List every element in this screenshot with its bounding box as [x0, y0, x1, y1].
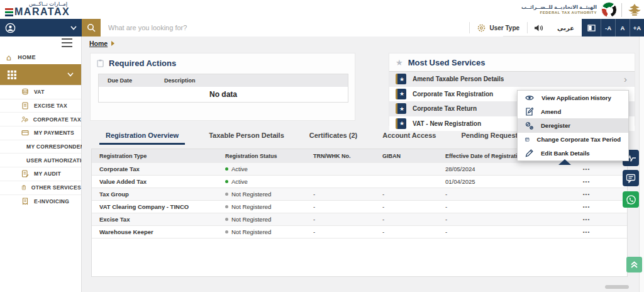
sidebar-item-user-authorization[interactable]: USER AUTHORIZATION: [0, 153, 81, 167]
font-reset-button[interactable]: A: [615, 19, 630, 36]
table-row: Excise Tax Not Registered - - - •••: [92, 213, 627, 226]
required-actions-title: Required Actions: [109, 59, 176, 68]
menu-item-label: Edit Bank Details: [541, 150, 590, 157]
breadcrumb-home-link[interactable]: Home: [89, 40, 108, 47]
sidebar-menu: VAT EXCISE TAX CORPORATE TAX MY PAYMENTS…: [0, 85, 81, 208]
tab-registration-overview[interactable]: Registration Overview: [99, 129, 185, 145]
giban-cell: -: [375, 203, 438, 210]
payments-icon: [21, 129, 29, 137]
user-type-button[interactable]: User Type: [470, 19, 527, 36]
table-row: Value Added Tax Active 01/04/2025 •••: [92, 176, 627, 188]
row-actions-button[interactable]: •••: [579, 215, 594, 223]
fta-brand: الهيئــة الاتحاديــة للــضــرائــب FEDER…: [521, 1, 643, 18]
tab-certificates[interactable]: Certificates (2): [308, 129, 358, 145]
text-to-speech-button[interactable]: [528, 19, 550, 36]
column-header-giban: GIBAN: [375, 153, 438, 159]
scroll-to-top-button[interactable]: [626, 257, 642, 272]
giban-cell: -: [375, 228, 438, 235]
row-actions-button[interactable]: •••: [579, 190, 594, 198]
column-header-description: Description: [155, 77, 348, 84]
menu-item-view-application-history[interactable]: View Application History: [518, 91, 628, 104]
vertical-scrollbar[interactable]: [639, 36, 644, 292]
language-toggle[interactable]: عربي: [550, 19, 582, 36]
contrast-toggle[interactable]: [582, 19, 601, 36]
most-used-services-title: Most Used Services: [408, 58, 486, 67]
status-label: Not Registered: [231, 216, 271, 223]
service-star-icon: ★: [396, 103, 406, 114]
registration-status-cell: Not Registered: [218, 191, 306, 198]
sidebar-item-my-correspondence[interactable]: MY CORRESPONDENCE: [0, 140, 81, 154]
apps-grid-icon: [8, 70, 16, 79]
sidebar-item-e-invoicing[interactable]: E-INVOICING: [0, 194, 81, 208]
vat-icon: [21, 88, 29, 96]
emaratax-logo[interactable]: إمــارات تــاكــس MARATAX: [5, 1, 87, 18]
context-menu-caret-icon: [558, 159, 571, 165]
eye-icon: [525, 94, 534, 101]
menu-item-amend[interactable]: Amend: [518, 104, 628, 118]
row-actions-button[interactable]: •••: [579, 203, 594, 211]
corporate-tax-icon: [21, 116, 28, 123]
live-chat-button[interactable]: [623, 170, 639, 186]
tab-account-access[interactable]: Account Access: [381, 129, 437, 145]
row-actions-button[interactable]: •••: [579, 228, 594, 236]
sidebar-collapse-button[interactable]: [62, 38, 72, 47]
sidebar-item-label: MY AUDIT: [34, 171, 61, 177]
font-increase-button[interactable]: +A: [630, 19, 644, 36]
trn-cell: -: [306, 228, 375, 235]
trn-cell: -: [306, 203, 375, 210]
registration-overview-table: Registration Type Registration Status TR…: [91, 149, 628, 277]
font-increase-label: +A: [633, 25, 641, 31]
header-bar: User Type عربي -A A +A: [0, 19, 644, 36]
uae-falcon-emblem-icon: [626, 2, 643, 18]
sidebar-taxes-group-toggle[interactable]: [0, 64, 81, 85]
fta-english-name: FEDERAL TAX AUTHORITY: [521, 11, 597, 15]
menu-item-edit-bank-details[interactable]: Edit Bank Details: [518, 147, 628, 160]
user-type-label: User Type: [489, 25, 519, 31]
service-star-icon: ★: [396, 74, 406, 84]
amend-icon: [525, 108, 533, 116]
table-row: VAT Clearing Company - TINCO Not Registe…: [92, 201, 627, 213]
sidebar-item-corporate-tax[interactable]: CORPORATE TAX: [0, 112, 81, 126]
language-label: عربي: [557, 25, 574, 31]
row-actions-button[interactable]: •••: [579, 177, 594, 186]
required-actions-panel: Required Actions Due Date Description No…: [90, 53, 355, 121]
service-star-icon: ★: [396, 89, 406, 99]
tab-taxable-person-details[interactable]: Taxable Person Details: [208, 129, 286, 145]
menu-item-label: View Application History: [541, 94, 611, 101]
effective-date-cell: -: [438, 228, 538, 235]
whatsapp-button[interactable]: [623, 191, 639, 208]
search-button[interactable]: [82, 19, 101, 36]
user-menu[interactable]: [0, 19, 82, 36]
menu-item-change-corporate-tax-period[interactable]: Change Corporate Tax Period: [518, 133, 628, 147]
search-input[interactable]: [101, 19, 503, 36]
menu-item-label: Deregister: [541, 122, 570, 129]
font-reset-label: A: [621, 25, 625, 31]
chevron-down-icon: [67, 72, 74, 77]
sidebar: ⌂ HOME VAT EXCISE TAX: [0, 36, 82, 292]
user-type-icon: [477, 24, 486, 32]
status-inactive-dot-icon: [225, 205, 228, 208]
menu-item-label: Amend: [541, 108, 561, 115]
sidebar-item-my-audit[interactable]: MY AUDIT: [0, 167, 81, 181]
user-avatar-icon: [5, 23, 16, 33]
sidebar-item-vat[interactable]: VAT: [0, 85, 81, 99]
sidebar-item-my-payments[interactable]: MY PAYMENTS: [0, 126, 81, 140]
service-item-amend-taxable-person-details[interactable]: ★ Amend Taxable Person Details ›: [389, 72, 635, 87]
row-actions-button[interactable]: •••: [579, 165, 594, 173]
sidebar-item-excise-tax[interactable]: EXCISE TAX: [0, 99, 81, 113]
sidebar-item-home[interactable]: ⌂ HOME: [0, 50, 81, 64]
menu-item-deregister[interactable]: Deregister: [518, 118, 628, 132]
status-label: Not Registered: [231, 191, 271, 198]
emaratax-wordmark: MARATAX: [14, 6, 70, 18]
column-header-trn-whk-no: TRN/WHK No.: [306, 153, 375, 159]
sidebar-home-label: HOME: [18, 54, 36, 60]
star-icon: ★: [396, 58, 403, 67]
clipboard-icon: [97, 59, 104, 67]
calendar-icon: [525, 135, 530, 143]
horizontal-scrollbar-thumb[interactable]: [605, 285, 629, 289]
status-label: Not Registered: [231, 203, 271, 210]
sidebar-item-other-services[interactable]: OTHER SERVICES: [0, 181, 81, 194]
font-decrease-button[interactable]: -A: [601, 19, 615, 36]
required-actions-empty-state: No data: [99, 87, 348, 102]
registration-type-cell: Warehouse Keeper: [92, 228, 218, 235]
